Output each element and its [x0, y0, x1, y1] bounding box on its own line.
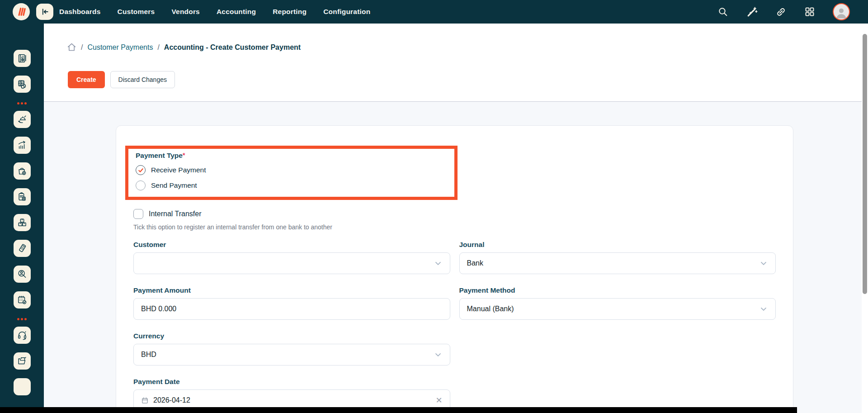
currency-label: Currency: [133, 332, 450, 340]
sidebar-item-pos[interactable]: [14, 240, 31, 257]
sidebar-item-inventory[interactable]: [14, 214, 31, 231]
payment-date-label: Payment Date: [133, 378, 450, 386]
nav-dashboards[interactable]: Dashboards: [59, 8, 101, 16]
payment-amount-field-group: Payment Amount BHD 0.000: [133, 286, 450, 320]
growth-chart-icon: [17, 140, 27, 150]
chevron-down-icon: [759, 259, 768, 268]
app-sidebar: [0, 24, 44, 413]
payment-amount-input[interactable]: BHD 0.000: [133, 298, 450, 320]
breadcrumb-separator: /: [81, 43, 83, 52]
nav-vendors[interactable]: Vendors: [171, 8, 200, 16]
home-icon[interactable]: [67, 43, 76, 52]
headset-icon: [17, 330, 27, 340]
radio-send-payment[interactable]: Send Payment: [136, 180, 454, 190]
sidebar-item-accounting[interactable]: [14, 76, 31, 93]
customer-select[interactable]: [133, 252, 450, 274]
create-button[interactable]: Create: [68, 71, 105, 88]
folder-documents-icon: [17, 356, 27, 366]
payment-date-value: 2026-04-12: [153, 396, 435, 404]
search-icon[interactable]: [717, 6, 729, 18]
journal-label: Journal: [459, 241, 776, 249]
sidebar-collapse-button[interactable]: [36, 4, 53, 20]
user-avatar[interactable]: [833, 3, 850, 20]
sidebar-item-report-book[interactable]: [14, 50, 31, 67]
sidebar-item-support[interactable]: [14, 327, 31, 344]
internal-transfer-checkbox[interactable]: [133, 209, 143, 219]
primary-nav: Dashboards Customers Vendors Accounting …: [59, 0, 370, 24]
magic-wand-icon[interactable]: [746, 6, 758, 18]
nav-accounting[interactable]: Accounting: [217, 8, 256, 16]
payment-type-highlight-box: Payment Type* Receive Payment Send Payme…: [125, 146, 458, 200]
clear-date-icon[interactable]: ✕: [435, 396, 442, 404]
person-search-icon: [17, 269, 27, 279]
chevron-down-icon: [759, 304, 768, 313]
radio-unselected-icon[interactable]: [136, 180, 146, 190]
radio-send-payment-label: Send Payment: [151, 181, 197, 190]
journal-field-group: Journal Bank: [459, 241, 776, 274]
sidebar-item-invoicing[interactable]: [14, 188, 31, 205]
book-chart-icon: [17, 53, 27, 63]
radio-receive-payment[interactable]: Receive Payment: [136, 165, 454, 175]
payment-amount-value: BHD 0.000: [141, 305, 443, 313]
sidebar-item-partial[interactable]: [14, 378, 31, 395]
breadcrumb-separator: /: [157, 43, 159, 52]
payment-method-value: Manual (Bank): [467, 305, 760, 313]
check-icon: [138, 167, 144, 173]
payment-method-label: Payment Method: [459, 286, 776, 294]
required-asterisk: *: [183, 152, 185, 159]
nav-reporting[interactable]: Reporting: [273, 8, 307, 16]
topbar-actions: [717, 0, 850, 24]
internal-transfer-label: Internal Transfer: [149, 210, 202, 218]
payment-form-card: Payment Type* Receive Payment Send Payme…: [116, 125, 793, 413]
packages-icon: [17, 218, 27, 228]
internal-transfer-row[interactable]: Internal Transfer: [133, 209, 776, 219]
sidebar-item-planning[interactable]: [14, 291, 31, 309]
sidebar-item-recruitment[interactable]: [14, 266, 31, 283]
radio-selected-icon[interactable]: [136, 165, 146, 175]
pos-terminal-icon: [17, 243, 27, 253]
nav-configuration[interactable]: Configuration: [323, 8, 370, 16]
radio-receive-payment-label: Receive Payment: [151, 166, 206, 174]
link-icon[interactable]: [775, 6, 787, 18]
payment-date-field-group: Payment Date 2026-04-12 ✕: [133, 378, 450, 411]
payment-method-field-group: Payment Method Manual (Bank): [459, 286, 776, 320]
breadcrumb: / Customer Payments / Accounting - Creat…: [67, 43, 301, 52]
payment-amount-label: Payment Amount: [133, 286, 450, 294]
collapse-left-icon: [40, 7, 49, 16]
currency-field-group: Currency BHD: [133, 332, 450, 366]
customer-field-group: Customer: [133, 241, 450, 274]
top-navigation-bar: Dashboards Customers Vendors Accounting …: [0, 0, 868, 24]
sidebar-item-services[interactable]: [14, 111, 31, 128]
breadcrumb-customer-payments[interactable]: Customer Payments: [87, 43, 153, 52]
scrollbar-thumb[interactable]: [863, 34, 867, 294]
internal-transfer-help-text: Tick this option to register an internal…: [133, 223, 776, 231]
calendar-icon: [141, 397, 149, 404]
page-header: / Customer Payments / Accounting - Creat…: [44, 24, 862, 102]
currency-value: BHD: [141, 351, 434, 359]
main-area: / Customer Payments / Accounting - Creat…: [44, 24, 862, 413]
sidebar-item-purchases[interactable]: [14, 162, 31, 180]
sidebar-item-analytics[interactable]: [14, 137, 31, 154]
empty-cell: [459, 332, 776, 366]
sidebar-item-documents[interactable]: [14, 352, 31, 370]
discard-changes-button[interactable]: Discard Changes: [110, 71, 175, 88]
sidebar-section-divider: [17, 102, 27, 104]
payment-method-select[interactable]: Manual (Bank): [459, 298, 776, 320]
calculator-coins-icon: [17, 79, 27, 89]
header-actions: Create Discard Changes: [68, 71, 175, 88]
bottom-black-strip: [0, 407, 797, 413]
apps-grid-icon[interactable]: [804, 6, 816, 18]
payment-form-grid: Customer Journal Bank Payment Amount: [133, 241, 776, 413]
app-logo[interactable]: [13, 3, 30, 20]
vertical-scrollbar[interactable]: [862, 24, 868, 413]
bag-plus-icon: [17, 166, 27, 176]
logo-scribble-icon: [15, 6, 27, 18]
currency-select[interactable]: BHD: [133, 344, 450, 366]
nav-customers[interactable]: Customers: [118, 8, 155, 16]
journal-select[interactable]: Bank: [459, 252, 776, 274]
payment-type-label: Payment Type*: [136, 152, 454, 160]
page-title: Accounting - Create Customer Payment: [164, 43, 301, 52]
chevron-down-icon: [434, 350, 443, 359]
journal-value: Bank: [467, 259, 760, 267]
person-icon: [835, 6, 848, 19]
